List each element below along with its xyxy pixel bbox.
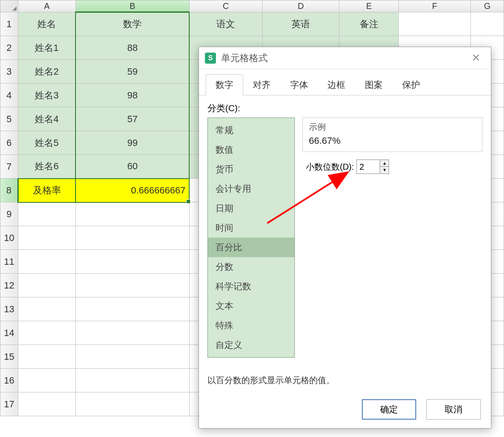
cell-F1[interactable] — [399, 12, 471, 36]
tab-border[interactable]: 边框 — [318, 74, 355, 95]
decimal-places-spinner[interactable]: ▲ ▼ — [356, 160, 389, 174]
row-header-9[interactable]: 9 — [0, 202, 18, 226]
cell-B7[interactable]: 60 — [76, 155, 189, 179]
row-header-17[interactable]: 17 — [0, 392, 18, 416]
category-special[interactable]: 特殊 — [208, 316, 294, 335]
cell-B5[interactable]: 57 — [76, 107, 189, 131]
ok-button[interactable]: 确定 — [362, 399, 416, 420]
cell-A6[interactable]: 姓名5 — [18, 131, 76, 155]
category-label: 分类(C): — [207, 102, 482, 114]
app-icon: S — [205, 53, 216, 64]
row-header-4[interactable]: 4 — [0, 84, 18, 107]
tab-pattern[interactable]: 图案 — [355, 74, 392, 95]
cell-A4[interactable]: 姓名3 — [18, 84, 76, 107]
row-header-14[interactable]: 14 — [0, 321, 18, 345]
format-description: 以百分数的形式显示单元格的值。 — [207, 375, 482, 386]
category-accounting[interactable]: 会计专用 — [208, 179, 294, 199]
row-header-6[interactable]: 6 — [0, 131, 18, 155]
cell-B3[interactable]: 59 — [76, 60, 189, 84]
dialog-tabbar: 数字 对齐 字体 边框 图案 保护 — [199, 69, 491, 95]
cell-B6[interactable]: 99 — [76, 131, 189, 155]
col-header-D[interactable]: D — [262, 0, 339, 12]
row-header-13[interactable]: 13 — [0, 297, 18, 321]
row-header-7[interactable]: 7 — [0, 155, 18, 179]
tab-protection[interactable]: 保护 — [392, 74, 430, 95]
col-header-G[interactable]: G — [471, 0, 504, 12]
row-header-3[interactable]: 3 — [0, 60, 18, 84]
cell-B2[interactable]: 88 — [76, 36, 189, 60]
category-number[interactable]: 数值 — [208, 140, 294, 160]
close-icon[interactable]: ✕ — [467, 50, 485, 66]
cell-E1[interactable]: 备注 — [339, 12, 399, 36]
cell-A7[interactable]: 姓名6 — [18, 155, 76, 179]
cell-G1[interactable] — [471, 12, 504, 36]
spinner-up-icon[interactable]: ▲ — [380, 160, 389, 167]
col-header-C[interactable]: C — [189, 0, 262, 12]
col-header-F[interactable]: F — [399, 0, 471, 12]
cell-A3[interactable]: 姓名2 — [18, 60, 76, 84]
cell-D1[interactable]: 英语 — [262, 12, 339, 36]
row-header-1[interactable]: 1 — [0, 12, 18, 36]
row-header-12[interactable]: 12 — [0, 274, 18, 297]
row-header-16[interactable]: 16 — [0, 369, 18, 392]
decimal-places-input[interactable] — [357, 160, 380, 174]
row-header-11[interactable]: 11 — [0, 250, 18, 274]
spinner-down-icon[interactable]: ▼ — [380, 167, 389, 174]
cell-B1[interactable]: 数学 — [76, 12, 189, 36]
cell-A2[interactable]: 姓名1 — [18, 36, 76, 60]
dialog-titlebar[interactable]: S 单元格格式 ✕ — [199, 47, 491, 69]
cell-format-dialog: S 单元格格式 ✕ 数字 对齐 字体 边框 图案 保护 分类(C): 常规 数值… — [199, 47, 491, 429]
dialog-footer: 确定 取消 — [362, 399, 481, 420]
cell-B8[interactable]: 0.666666667 — [76, 179, 189, 202]
tab-number[interactable]: 数字 — [206, 74, 243, 95]
col-header-A[interactable]: A — [18, 0, 76, 12]
sample-value: 66.67% — [309, 135, 476, 146]
cancel-button[interactable]: 取消 — [426, 399, 481, 420]
dialog-title: 单元格格式 — [221, 52, 467, 64]
cell-B4[interactable]: 98 — [76, 84, 189, 107]
category-list[interactable]: 常规 数值 货币 会计专用 日期 时间 百分比 分数 科学记数 文本 特殊 自定… — [207, 118, 295, 358]
sample-box: 示例 66.67% — [302, 118, 482, 152]
tab-alignment[interactable]: 对齐 — [243, 74, 280, 95]
select-all-corner[interactable] — [0, 0, 18, 12]
row-header-15[interactable]: 15 — [0, 345, 18, 369]
category-text[interactable]: 文本 — [208, 296, 294, 316]
category-currency[interactable]: 货币 — [208, 160, 294, 179]
cell-A5[interactable]: 姓名4 — [18, 107, 76, 131]
col-header-E[interactable]: E — [339, 0, 399, 12]
row-header-8[interactable]: 8 — [0, 179, 18, 202]
category-custom[interactable]: 自定义 — [208, 335, 294, 355]
row-header-5[interactable]: 5 — [0, 107, 18, 131]
category-percentage[interactable]: 百分比 — [208, 238, 294, 257]
decimal-places-label: 小数位数(D): — [306, 161, 354, 173]
category-fraction[interactable]: 分数 — [208, 257, 294, 277]
category-time[interactable]: 时间 — [208, 218, 294, 238]
cell-A1[interactable]: 姓名 — [18, 12, 76, 36]
cell-A8[interactable]: 及格率 — [18, 179, 76, 202]
sample-label: 示例 — [309, 121, 476, 133]
tab-font[interactable]: 字体 — [280, 74, 318, 95]
col-header-B[interactable]: B — [76, 0, 189, 12]
category-date[interactable]: 日期 — [208, 199, 294, 218]
row-header-2[interactable]: 2 — [0, 36, 18, 60]
dialog-body: 分类(C): 常规 数值 货币 会计专用 日期 时间 百分比 分数 科学记数 文… — [199, 95, 491, 393]
row-header-10[interactable]: 10 — [0, 226, 18, 250]
cell-C1[interactable]: 语文 — [189, 12, 262, 36]
category-general[interactable]: 常规 — [208, 120, 294, 140]
category-scientific[interactable]: 科学记数 — [208, 277, 294, 296]
